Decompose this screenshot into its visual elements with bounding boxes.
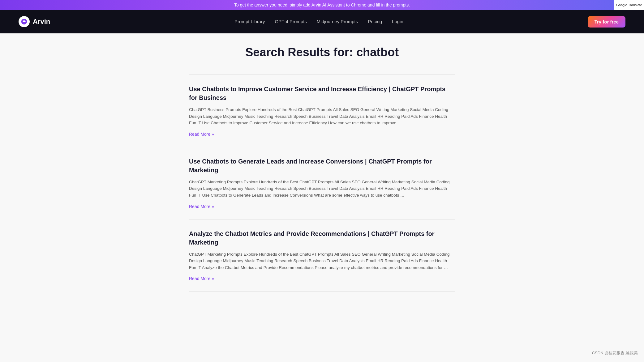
result-item: Analyze the Chatbot Metrics and Provide … bbox=[189, 219, 455, 292]
main-content: Search Results for: chatbot Use Chatbots… bbox=[183, 33, 461, 310]
nav-links: Prompt Library GPT-4 Prompts Midjourney … bbox=[234, 19, 403, 24]
google-translate-label: Google Translate bbox=[616, 3, 642, 7]
nav-link-pricing[interactable]: Pricing bbox=[368, 19, 382, 24]
result-title-3[interactable]: Analyze the Chatbot Metrics and Provide … bbox=[189, 229, 455, 247]
search-title-prefix: Search Results for: bbox=[245, 46, 353, 59]
read-more-2[interactable]: Read More » bbox=[189, 204, 214, 209]
result-excerpt-1: ChatGPT Business Prompts Explore Hundred… bbox=[189, 106, 455, 126]
result-title-1[interactable]: Use Chatbots to Improve Customer Service… bbox=[189, 85, 455, 102]
svg-point-1 bbox=[24, 22, 25, 23]
logo-icon bbox=[19, 16, 30, 27]
svg-point-0 bbox=[23, 22, 24, 23]
nav-link-login[interactable]: Login bbox=[392, 19, 403, 24]
result-excerpt-2: ChatGPT Marketing Prompts Explore Hundre… bbox=[189, 179, 455, 199]
nav-item-gpt4[interactable]: GPT-4 Prompts bbox=[275, 19, 307, 24]
read-more-3[interactable]: Read More » bbox=[189, 276, 214, 281]
search-query: chatbot bbox=[356, 46, 399, 59]
google-translate-badge: Google Translate bbox=[614, 0, 644, 10]
logo-text: Arvin bbox=[33, 18, 50, 26]
nav-link-midjourney[interactable]: Midjourney Prompts bbox=[317, 19, 358, 24]
nav-item-midjourney[interactable]: Midjourney Prompts bbox=[317, 19, 358, 24]
result-excerpt-3: ChatGPT Marketing Prompts Explore Hundre… bbox=[189, 251, 455, 271]
navbar: Arvin Prompt Library GPT-4 Prompts Midjo… bbox=[0, 10, 644, 33]
result-item: Use Chatbots to Improve Customer Service… bbox=[189, 75, 455, 147]
try-for-free-button[interactable]: Try for free bbox=[588, 16, 625, 28]
banner-text: To get the answer you need, simply add A… bbox=[234, 2, 410, 7]
read-more-1[interactable]: Read More » bbox=[189, 132, 214, 137]
top-banner: To get the answer you need, simply add A… bbox=[0, 0, 644, 10]
nav-item-login[interactable]: Login bbox=[392, 19, 403, 24]
nav-item-pricing[interactable]: Pricing bbox=[368, 19, 382, 24]
nav-logo[interactable]: Arvin bbox=[19, 16, 50, 27]
nav-item-prompt-library[interactable]: Prompt Library bbox=[234, 19, 265, 24]
search-title: Search Results for: chatbot bbox=[189, 46, 455, 59]
nav-link-gpt4[interactable]: GPT-4 Prompts bbox=[275, 19, 307, 24]
result-item: Use Chatbots to Generate Leads and Incre… bbox=[189, 147, 455, 219]
nav-link-prompt-library[interactable]: Prompt Library bbox=[234, 19, 265, 24]
result-title-2[interactable]: Use Chatbots to Generate Leads and Incre… bbox=[189, 157, 455, 174]
